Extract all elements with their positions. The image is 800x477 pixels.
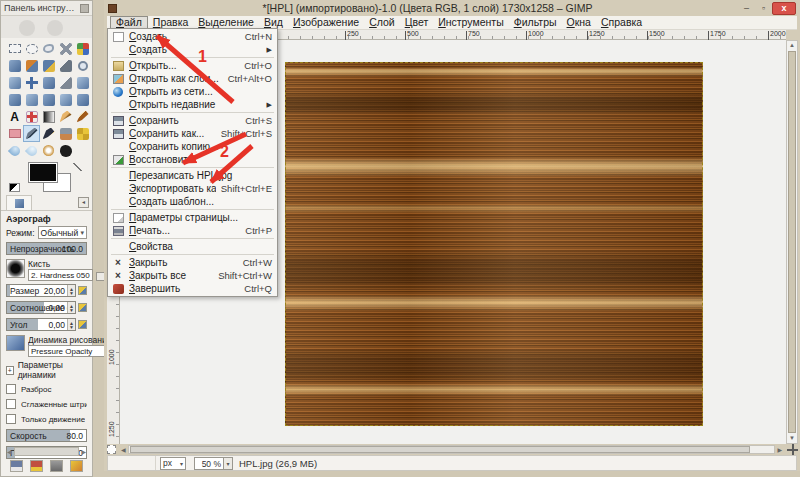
reset-icon[interactable] — [70, 460, 83, 472]
vscroll-thumb[interactable] — [788, 51, 796, 433]
tab-tool-options[interactable] — [6, 195, 32, 210]
menu-item-print[interactable]: Печать... Ctrl+P — [108, 224, 277, 237]
menu-help[interactable]: Справка — [596, 16, 647, 29]
brush-preview-icon[interactable] — [6, 259, 25, 278]
aspect-ratio-slider[interactable]: Соотношение сто... 0,00 ▲▼ — [6, 301, 76, 314]
dock-menu-icon[interactable]: ◂ — [78, 197, 89, 208]
menu-filters[interactable]: Фильтры — [509, 16, 562, 29]
minimize-button[interactable]: – — [738, 2, 755, 15]
canvas-image[interactable] — [285, 62, 703, 426]
tool-pattern-stamp[interactable] — [74, 125, 91, 142]
menu-item-properties[interactable]: Свойства — [108, 240, 277, 253]
menu-item-open-location[interactable]: Открыть из сети... — [108, 85, 277, 98]
unit-select[interactable]: px ▾ — [160, 457, 186, 470]
menu-tools[interactable]: Инструменты — [433, 16, 508, 29]
brush-name-field[interactable]: 2. Hardness 050 — [28, 269, 93, 281]
dynamics-name-field[interactable]: Pressure Opacity — [28, 345, 111, 357]
maximize-button[interactable]: ▫ — [755, 2, 772, 15]
menu-item-close[interactable]: × Закрыть Ctrl+W — [108, 256, 277, 269]
mode-select[interactable]: Обычный ▾ — [38, 226, 87, 239]
motion-only-checkbox[interactable] — [6, 414, 16, 424]
zoom-dropdown-icon[interactable]: ▾ — [224, 457, 233, 470]
tool-text[interactable]: A — [6, 108, 23, 125]
menu-item-quit[interactable]: Завершить Ctrl+Q — [108, 282, 277, 295]
menu-item-save-copy[interactable]: Сохранить копию... — [108, 140, 277, 153]
tool-color[interactable] — [57, 142, 74, 159]
angle-slider[interactable]: Угол 0,00 ▲▼ — [6, 318, 76, 331]
tool-bucket-fill[interactable] — [23, 57, 40, 74]
restore-preset-icon[interactable] — [30, 460, 43, 472]
size-slider[interactable]: Размер 20,00 ▲▼ — [6, 284, 76, 297]
swap-colors-icon[interactable] — [73, 163, 82, 171]
angle-spinner[interactable]: ▲▼ — [67, 319, 75, 330]
tool-ellipse-select[interactable] — [23, 40, 40, 57]
tool-scale[interactable] — [6, 91, 23, 108]
foreground-color-swatch[interactable] — [29, 163, 57, 182]
scroll-right-icon[interactable]: ▶ — [775, 446, 784, 453]
default-colors-icon[interactable] — [9, 183, 20, 192]
tool-free-select[interactable] — [40, 40, 57, 57]
menu-item-overwrite[interactable]: Перезаписать HPL.jpg — [108, 169, 277, 182]
jitter-checkbox[interactable] — [6, 384, 16, 394]
tool-select-by-color[interactable] — [74, 40, 91, 57]
toolbox-close-icon[interactable] — [80, 4, 89, 13]
hscroll-thumb[interactable] — [130, 446, 750, 453]
menu-item-page-setup[interactable]: Параметры страницы... — [108, 211, 277, 224]
tool-dodge-burn[interactable] — [40, 142, 57, 159]
paint-dynamics-icon[interactable] — [6, 335, 25, 351]
smooth-stroke-checkbox[interactable] — [6, 399, 16, 409]
tool-pencil[interactable] — [57, 108, 74, 125]
tool-heal[interactable] — [23, 108, 40, 125]
horizontal-scrollbar[interactable] — [128, 445, 776, 454]
angle-dynamics-icon[interactable] — [78, 320, 87, 329]
motion-only-checkbox-row[interactable]: Только движение — [6, 414, 87, 424]
tool-airbrush[interactable] — [23, 125, 40, 142]
menu-item-close-all[interactable]: × Закрыть все Shift+Ctrl+W — [108, 269, 277, 282]
tool-paintbrush[interactable] — [74, 108, 91, 125]
menu-item-revert[interactable]: Восстановить — [108, 153, 277, 166]
tool-rotate[interactable] — [74, 74, 91, 91]
rate-slider[interactable]: Скорость 80.0 — [6, 429, 87, 442]
tool-blur-sharpen[interactable] — [6, 142, 23, 159]
menu-image[interactable]: Изображение — [288, 16, 364, 29]
vertical-scrollbar[interactable]: ▲ ▼ — [786, 40, 798, 444]
close-button[interactable]: x — [772, 2, 796, 15]
scroll-right-icon[interactable]: ▶ — [79, 448, 88, 455]
menu-item-open[interactable]: Открыть... Ctrl+O — [108, 59, 277, 72]
dynamics-options-expander[interactable]: + Параметры динамики — [6, 360, 87, 380]
delete-preset-icon[interactable] — [50, 460, 63, 472]
menu-colors[interactable]: Цвет — [400, 16, 434, 29]
menu-item-create[interactable]: Создать ▶ — [108, 43, 277, 56]
menu-item-export-as[interactable]: Экспортировать как... Shift+Ctrl+E — [108, 182, 277, 195]
tool-eraser[interactable] — [6, 125, 23, 142]
tool-move[interactable] — [23, 74, 40, 91]
menu-item-create-template[interactable]: Создать шаблон... — [108, 195, 277, 208]
smooth-stroke-checkbox-row[interactable]: Сглаженные штрихи — [6, 399, 87, 409]
tool-align[interactable] — [40, 74, 57, 91]
tool-cage-transform[interactable] — [74, 91, 91, 108]
tool-crop[interactable] — [57, 74, 74, 91]
navigation-pan-icon[interactable] — [787, 444, 798, 455]
jitter-checkbox-row[interactable]: Разброс — [6, 384, 87, 394]
titlebar[interactable]: *[HPL] (импортировано)-1.0 (Цвета RGB, 1… — [104, 0, 800, 16]
tool-rect-select[interactable] — [6, 40, 23, 57]
tool-scissors-select[interactable] — [57, 40, 74, 57]
menu-item-save-as[interactable]: Сохранить как... Shift+Ctrl+S — [108, 127, 277, 140]
menu-item-open-recent[interactable]: Открыть недавние ▶ — [108, 98, 277, 111]
menu-item-save[interactable]: Сохранить Ctrl+S — [108, 114, 277, 127]
tool-measure[interactable] — [6, 74, 23, 91]
tool-ink[interactable] — [40, 125, 57, 142]
scroll-down-icon[interactable]: ▼ — [789, 434, 795, 443]
scroll-left-icon[interactable]: ◀ — [5, 448, 14, 455]
menu-item-new[interactable]: Создать Ctrl+N — [108, 30, 277, 43]
tool-blend[interactable] — [40, 57, 57, 74]
tool-flip[interactable] — [57, 91, 74, 108]
menu-item-open-as-layers[interactable]: Открыть как слои... Ctrl+Alt+O — [108, 72, 277, 85]
aspect-spinner[interactable]: ▲▼ — [67, 302, 75, 313]
menu-windows[interactable]: Окна — [562, 16, 596, 29]
scroll-left-icon[interactable]: ◀ — [119, 446, 128, 453]
quick-mask-icon[interactable] — [107, 445, 116, 454]
tool-fuzzy-select[interactable] — [6, 57, 23, 74]
tool-clone[interactable] — [57, 125, 74, 142]
tool-smudge[interactable] — [23, 142, 40, 159]
